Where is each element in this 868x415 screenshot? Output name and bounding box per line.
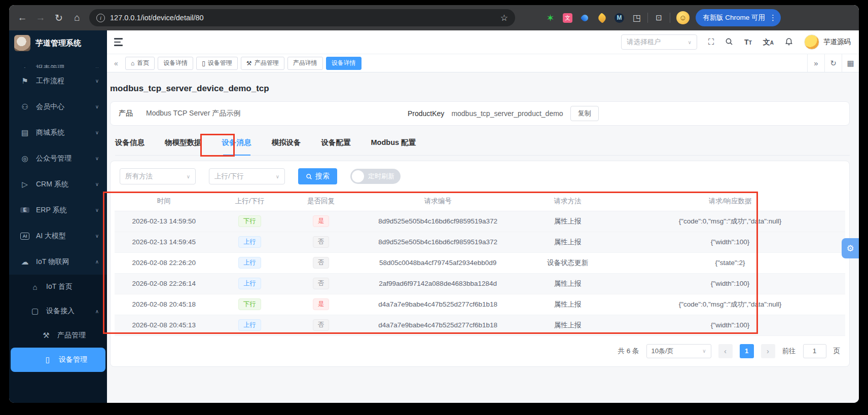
fullscreen-icon[interactable]: ⛶ bbox=[708, 38, 714, 46]
direction-cell: 上行 bbox=[213, 315, 286, 335]
direction-cell: 上行 bbox=[213, 252, 286, 273]
next-page-button[interactable]: › bbox=[761, 344, 775, 358]
chrome-update-button[interactable]: 有新版 Chrome 可用 ⋮ bbox=[696, 9, 781, 26]
search-button[interactable]: 搜索 bbox=[298, 168, 337, 184]
font-size-icon[interactable]: TT bbox=[744, 39, 752, 46]
reload-icon[interactable]: ↻ bbox=[53, 12, 65, 24]
user-menu[interactable]: 芋道源码 bbox=[804, 34, 851, 50]
member-icon: ⚇ bbox=[20, 102, 29, 111]
apps-grid-extension-icon[interactable] bbox=[528, 13, 538, 23]
chart-icon: ◔ bbox=[20, 64, 29, 68]
time-cell: 2026-02-08 22:26:20 bbox=[115, 252, 213, 273]
table-row[interactable]: 2026-02-13 14:59:50下行是8d9d525e505b4c16bd… bbox=[115, 211, 845, 232]
search-icon[interactable] bbox=[725, 37, 733, 47]
sidebar-item-label: 报表管理 bbox=[36, 64, 64, 68]
chevron-down-icon: ∨ bbox=[688, 40, 692, 45]
tags-scroll-left-icon[interactable]: « bbox=[110, 59, 122, 67]
tab-search-icon[interactable]: ⊡ bbox=[654, 13, 664, 23]
crm-icon: ▷ bbox=[20, 180, 29, 189]
tools-icon: ⚒ bbox=[42, 331, 51, 340]
tenant-select[interactable]: 请选择租户 ∨ bbox=[621, 34, 697, 50]
reply-cell-tag: 否 bbox=[313, 319, 330, 331]
auto-refresh-toggle[interactable]: 定时刷新 bbox=[350, 169, 401, 184]
tag-chip[interactable]: ⚒产品管理 bbox=[241, 57, 284, 70]
direction-filter-placeholder: 上行/下行 bbox=[214, 172, 244, 181]
chevron-down-icon: ∨ bbox=[95, 207, 99, 213]
method-filter-select[interactable]: 所有方法 ∨ bbox=[120, 168, 196, 184]
sidebar-item-chart[interactable]: ◔报表管理∨ bbox=[9, 56, 107, 68]
sidebar-item-phone[interactable]: ▯设备管理 bbox=[11, 348, 105, 372]
copy-button[interactable]: 复制 bbox=[570, 106, 599, 121]
payload-cell: {"width":100} bbox=[615, 273, 845, 294]
current-page-button[interactable]: 1 bbox=[740, 344, 754, 358]
language-icon[interactable]: 文A bbox=[763, 39, 774, 46]
address-bar[interactable]: i 127.0.0.1/iot/device/detail/80 ☆ bbox=[89, 9, 515, 26]
user-avatar bbox=[804, 34, 819, 50]
payload-cell: {"state":2} bbox=[615, 252, 845, 273]
direction-filter-select[interactable]: 上行/下行 ∨ bbox=[209, 168, 285, 184]
tag-chip[interactable]: 设备详情 bbox=[158, 57, 193, 70]
sidebar-item-iot[interactable]: ☁IoT 物联网∧ bbox=[9, 249, 107, 275]
tags-scroll-right-icon[interactable]: » bbox=[807, 54, 824, 72]
notification-bell-icon[interactable] bbox=[785, 37, 793, 47]
sidebar-item-member[interactable]: ⚇会员中心∨ bbox=[9, 94, 107, 120]
sidebar-item-wechat[interactable]: ◎公众号管理∨ bbox=[9, 145, 107, 171]
direction-cell: 上行 bbox=[213, 273, 286, 294]
tag-chip[interactable]: ▯设备管理 bbox=[196, 57, 238, 70]
site-info-icon[interactable]: i bbox=[96, 14, 105, 22]
sidebar-item-ai[interactable]: AIAI 大模型∨ bbox=[9, 223, 107, 249]
tag-chip[interactable]: 产品详情 bbox=[287, 57, 323, 70]
home-icon[interactable]: ⌂ bbox=[71, 12, 83, 23]
sidebar-item-tools[interactable]: ⚒产品管理 bbox=[9, 323, 107, 348]
layout-grid-icon[interactable]: ▦ bbox=[842, 54, 859, 72]
chrome-menu-icon[interactable]: ⋮ bbox=[769, 13, 777, 22]
tab-2[interactable]: 设备消息 bbox=[222, 138, 251, 155]
broom-extension-icon[interactable] bbox=[597, 13, 607, 23]
screen-icon: ▢ bbox=[30, 307, 40, 316]
request-id-cell: d4a7a7e9babe4c47b525d277cf6b1b18 bbox=[356, 315, 520, 335]
sidebar-item-label: IoT 首页 bbox=[46, 282, 73, 291]
sidebar-item-mall[interactable]: ▤商城系统∨ bbox=[9, 120, 107, 145]
tab-0[interactable]: 设备信息 bbox=[115, 138, 144, 155]
tab-3[interactable]: 模拟设备 bbox=[272, 138, 301, 155]
tag-chip[interactable]: 设备详情 bbox=[326, 57, 361, 70]
green-star-extension-icon[interactable]: ✶ bbox=[546, 13, 555, 23]
tab-1[interactable]: 物模型数据 bbox=[165, 138, 202, 155]
reply-cell: 是 bbox=[286, 294, 356, 315]
tags-list: ⌂首页设备详情▯设备管理⚒产品管理产品详情设备详情 bbox=[125, 57, 361, 70]
collapse-sidebar-icon[interactable] bbox=[114, 38, 123, 46]
table-row[interactable]: 2026-02-08 22:26:20上行否58d05c0048ba4cf797… bbox=[115, 252, 845, 273]
direction-cell-tag: 下行 bbox=[238, 215, 261, 227]
sidebar-item-erp[interactable]: EERP 系统∨ bbox=[9, 197, 107, 223]
method-cell: 设备状态更新 bbox=[520, 252, 615, 273]
chrome-profile-avatar[interactable]: ☺ bbox=[676, 11, 690, 24]
table-row[interactable]: 2026-02-08 20:45:18下行是d4a7a7e9babe4c47b5… bbox=[115, 294, 845, 315]
m-extension-icon[interactable]: M bbox=[614, 13, 624, 23]
request-id-cell: 8d9d525e505b4c16bd6cf9859519a372 bbox=[356, 211, 520, 232]
product-label: 产品 bbox=[119, 109, 133, 118]
extensions-puzzle-icon[interactable]: ◳ bbox=[632, 13, 641, 23]
refresh-page-icon[interactable]: ↻ bbox=[824, 54, 842, 72]
goto-page-input[interactable] bbox=[803, 344, 826, 358]
tag-chip[interactable]: ⌂首页 bbox=[125, 57, 155, 70]
forward-icon[interactable]: → bbox=[34, 12, 47, 23]
chevron-down-icon: ∨ bbox=[95, 233, 99, 239]
direction-cell-tag: 上行 bbox=[238, 236, 261, 248]
sidebar-logo-row[interactable]: 芋道管理系统 bbox=[9, 30, 107, 56]
settings-gear-button[interactable]: ⚙ bbox=[842, 238, 859, 258]
translate-extension-icon[interactable]: 文 bbox=[563, 13, 572, 23]
sidebar-item-screen[interactable]: ▢设备接入∧ bbox=[9, 299, 107, 323]
tab-4[interactable]: 设备配置 bbox=[321, 138, 351, 155]
tab-5[interactable]: Modbus 配置 bbox=[371, 138, 416, 155]
balloon-extension-icon[interactable] bbox=[580, 13, 590, 23]
prev-page-button[interactable]: ‹ bbox=[718, 344, 733, 358]
sidebar-item-flag[interactable]: ⚑工作流程∨ bbox=[9, 68, 107, 94]
sidebar-item-crm[interactable]: ▷CRM 系统∨ bbox=[9, 171, 107, 197]
page-size-select[interactable]: 10条/页 ∨ bbox=[646, 344, 711, 358]
back-icon[interactable]: ← bbox=[16, 12, 28, 23]
table-row[interactable]: 2026-02-08 20:45:13上行否d4a7a7e9babe4c47b5… bbox=[115, 315, 845, 335]
bookmark-star-icon[interactable]: ☆ bbox=[500, 13, 508, 23]
sidebar-item-home[interactable]: ⌂IoT 首页 bbox=[9, 275, 107, 299]
table-row[interactable]: 2026-02-08 22:26:14上行否2af99ad6f97142a088… bbox=[115, 273, 845, 294]
table-row[interactable]: 2026-02-13 14:59:45上行否8d9d525e505b4c16bd… bbox=[115, 232, 845, 252]
